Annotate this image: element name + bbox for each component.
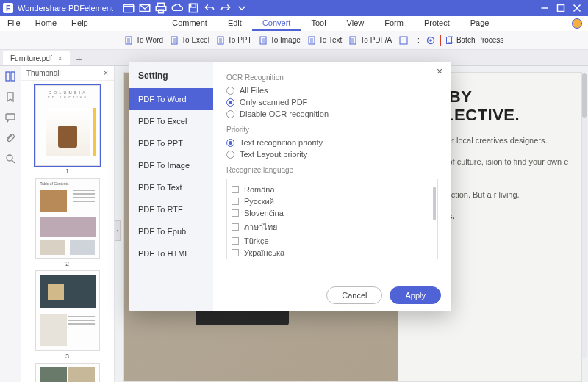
menu-page[interactable]: Page [460,16,500,31]
dropdown-icon[interactable] [235,1,248,15]
menu-view[interactable]: View [337,16,375,31]
checkbox-icon [232,249,239,256]
language-item[interactable]: Română [232,185,433,194]
redo-icon[interactable] [219,1,232,15]
dialog-nav-pdf-to-word[interactable]: PDF To Word [129,88,213,110]
menu-edit[interactable]: Edit [218,16,252,31]
thumbnail-page-2[interactable]: Table of Contents2 [35,178,100,267]
convert-settings-dialog: × Setting PDF To WordPDF To ExcelPDF To … [129,62,451,311]
window-minimize[interactable] [538,1,551,15]
tab-close-icon[interactable]: × [58,54,62,62]
priority-option[interactable]: Text Layout priority [226,150,438,159]
menu-form[interactable]: Form [374,16,414,31]
ocr-group-title: OCR Recognition [226,73,438,82]
svg-rect-7 [558,5,564,12]
ribbon-more-1[interactable] [399,36,410,45]
window-maximize[interactable] [554,1,567,15]
thumbnail-panel-close-icon[interactable]: × [104,69,108,77]
radio-icon [226,139,234,147]
radio-icon [226,87,234,95]
menu-convert[interactable]: Convert [252,16,301,31]
thumbnail-index: 2 [35,260,100,267]
panel-collapse-handle[interactable]: ‹ [115,220,121,241]
language-item[interactable]: Türkçe [232,237,433,245]
convert-settings-button[interactable] [426,36,437,45]
ribbon-to-pdf/a[interactable]: To PDF/A [349,36,392,45]
ocr-option[interactable]: Disable OCR recognition [226,109,438,118]
dialog-nav-pdf-to-rtf[interactable]: PDF To RTF [129,198,213,220]
thumbnail-index: 3 [35,353,100,360]
priority-option[interactable]: Text recognition priority [226,138,438,147]
undo-icon[interactable] [203,1,216,15]
menu-file[interactable]: File [0,16,28,31]
menu-tool[interactable]: Tool [301,16,336,31]
batch-process-label: Batch Process [456,36,503,44]
window-close[interactable] [570,1,584,15]
language-list-scrollbar[interactable] [433,187,436,220]
open-icon[interactable] [122,1,135,15]
menu-protect[interactable]: Protect [414,16,460,31]
convert-ribbon: To WordTo ExcelTo PPTTo ImageTo TextTo P… [0,31,588,50]
menu-home[interactable]: Home [28,16,64,31]
dialog-nav-pdf-to-text[interactable]: PDF To Text [129,176,213,198]
checkbox-icon [232,237,239,245]
ribbon-to-excel[interactable]: To Excel [171,36,209,45]
svg-rect-14 [400,37,407,44]
dialog-nav-pdf-to-image[interactable]: PDF To Image [129,154,213,176]
dialog-nav-pdf-to-excel[interactable]: PDF To Excel [129,110,213,132]
language-item[interactable]: Русский [232,197,433,206]
svg-rect-19 [6,72,10,81]
language-list[interactable]: RomânăРусскийSlovenčinaภาษาไทยTürkçeУкра… [226,179,438,259]
convert-settings-highlight [423,35,441,46]
thumbnail-page-3[interactable]: 3 [35,270,100,360]
dialog-nav-pdf-to-ppt[interactable]: PDF To PPT [129,132,213,154]
checkbox-icon [232,198,239,205]
save-icon[interactable] [187,1,200,15]
dialog-nav-pdf-to-epub[interactable]: PDF To Epub [129,220,213,242]
ocr-option[interactable]: All Files [226,86,438,95]
priority-group-title: Priority [226,126,438,134]
document-scrollbar[interactable] [582,73,587,358]
dialog-nav-pdf-to-html[interactable]: PDF To HTML [129,242,213,264]
apply-button[interactable]: Apply [390,286,441,304]
ribbon-to-word[interactable]: To Word [125,36,163,45]
ribbon-to-text[interactable]: To Text [308,36,343,45]
menu-help[interactable]: Help [64,16,96,31]
thumbnail-index: 1 [35,167,100,175]
ribbon-to-image[interactable]: To Image [259,36,301,45]
svg-rect-6 [191,4,196,7]
language-group-title: Recognize language [226,166,438,174]
svg-rect-21 [6,114,15,120]
attachment-panel-icon[interactable] [4,132,16,144]
ocr-option[interactable]: Only scanned PDF [226,98,438,107]
titlebar: F Wondershare PDFelement [0,0,588,16]
bookmark-panel-icon[interactable] [4,91,16,103]
dialog-title: Setting [129,62,213,88]
svg-point-16 [429,39,432,42]
batch-process-button[interactable]: Batch Process [445,36,503,45]
language-item[interactable]: Slovenčina [232,209,433,217]
print-icon[interactable] [154,1,168,15]
search-panel-icon[interactable] [4,153,16,165]
radio-icon [226,151,234,159]
comment-panel-icon[interactable] [4,112,16,123]
ribbon-to-ppt[interactable]: To PPT [217,36,252,45]
left-icon-column [0,66,21,382]
cloud-icon[interactable] [171,1,184,15]
language-item[interactable]: ภาษาไทย [232,220,433,234]
cancel-button[interactable]: Cancel [326,286,382,304]
user-avatar[interactable] [572,18,582,29]
menu-comment[interactable]: Comment [162,16,218,31]
ribbon-divider: : [417,36,420,44]
tab-add-button[interactable]: + [73,52,86,65]
thumbnail-page-4[interactable]: 4 [35,363,100,382]
svg-rect-20 [11,72,15,81]
svg-rect-4 [159,10,164,13]
thumbnail-panel-icon[interactable] [4,71,16,82]
radio-icon [226,98,234,107]
document-tab[interactable]: Furniture.pdf × [3,51,70,65]
thumbnail-page-1[interactable]: C O L U M B I AC O L L E C T I V E1 [35,85,100,175]
language-item[interactable]: Українська [232,248,433,257]
thumbnail-panel: Thumbnail × C O L U M B I AC O L L E C T… [21,66,115,382]
mail-icon[interactable] [138,1,151,15]
